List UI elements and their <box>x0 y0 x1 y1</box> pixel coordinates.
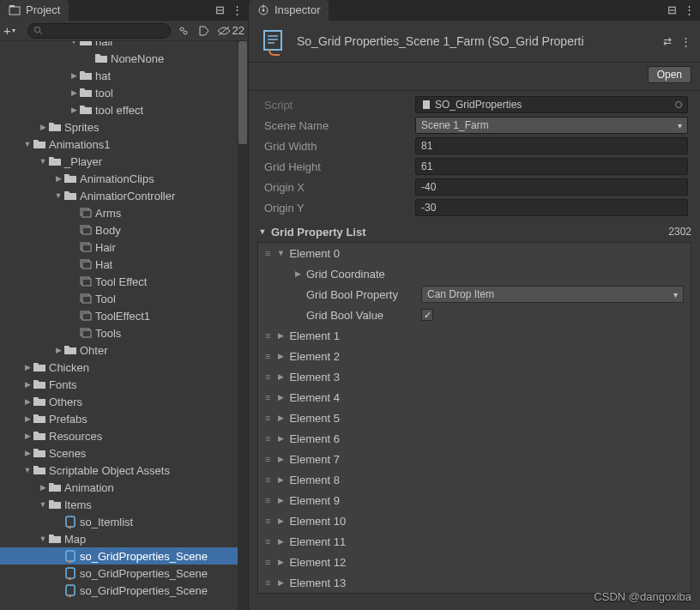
origin-y-field[interactable]: -30 <box>415 199 688 216</box>
drag-handle-icon[interactable]: ≡ <box>265 474 272 485</box>
tree-item[interactable]: ▶Scenes <box>0 444 248 462</box>
tree-item[interactable]: Hair <box>0 239 248 256</box>
grid-bool-value-checkbox[interactable]: ✓ <box>421 309 433 321</box>
drag-handle-icon[interactable]: ≡ <box>265 351 272 361</box>
drag-handle-icon[interactable]: ≡ <box>265 330 272 341</box>
drag-handle-icon[interactable]: ≡ <box>265 248 272 258</box>
grid-property-list-header[interactable]: ▼ Grid Property List 2302 <box>249 221 700 242</box>
tree-item[interactable]: ▶Sprites <box>0 118 248 136</box>
tree-item[interactable]: ▶Resources <box>0 427 248 444</box>
tree-item[interactable]: ▶AnimationClips <box>0 170 248 187</box>
tree-item[interactable]: ▶Ohter <box>0 341 248 359</box>
add-asset-button[interactable]: +▾ <box>3 23 22 38</box>
expand-arrow-icon[interactable]: ▼ <box>38 500 48 509</box>
expand-arrow-icon[interactable]: ▶ <box>69 71 79 80</box>
expand-arrow-icon[interactable]: ▶ <box>22 363 33 371</box>
project-tab[interactable]: Project <box>0 0 69 21</box>
inspector-tab[interactable]: i Inspector <box>249 0 329 21</box>
expand-arrow-icon[interactable]: ▶ <box>22 380 33 389</box>
filter-by-label-icon[interactable] <box>196 23 212 39</box>
list-element[interactable]: ≡▶Element 3 <box>258 366 691 387</box>
list-element[interactable]: ≡▶Element 4 <box>258 387 691 408</box>
list-element[interactable]: ≡▶Element 12 <box>258 552 691 572</box>
panel-menu-icon[interactable]: ⋮ <box>232 3 243 16</box>
expand-arrow-icon[interactable]: ▼ <box>22 466 33 474</box>
search-input[interactable] <box>27 23 171 39</box>
drag-handle-icon[interactable]: ≡ <box>265 577 272 588</box>
list-element[interactable]: ≡▶Element 2 <box>258 346 691 366</box>
scene-name-dropdown[interactable]: Scene 1_Farm <box>415 117 688 134</box>
tree-item[interactable]: ▼Animations1 <box>0 136 248 153</box>
drag-handle-icon[interactable]: ≡ <box>265 516 272 526</box>
tree-item[interactable]: ▶hat <box>0 67 248 84</box>
list-element[interactable]: ≡▶Element 8 <box>258 469 691 490</box>
script-field[interactable]: SO_GridProperties <box>415 96 688 113</box>
object-picker-icon[interactable] <box>675 101 682 108</box>
grid-height-field[interactable]: 61 <box>415 158 688 175</box>
list-element[interactable]: ≡▶Element 11 <box>258 531 691 552</box>
expand-arrow-icon[interactable]: ▼ <box>69 41 79 45</box>
tree-item[interactable]: ▼AnimatiorController <box>0 187 248 204</box>
expand-arrow-icon[interactable]: ▼ <box>38 535 48 543</box>
panel-menu-icon[interactable]: ⋮ <box>684 3 695 16</box>
expand-arrow-icon[interactable]: ▶ <box>38 123 48 131</box>
open-button[interactable]: Open <box>648 66 691 83</box>
expand-arrow-icon[interactable]: ▶ <box>22 449 33 457</box>
tree-item[interactable]: ▼_Player <box>0 153 248 170</box>
expand-arrow-icon[interactable]: ▼ <box>38 157 48 166</box>
list-element[interactable]: ≡▶Element 7 <box>258 449 691 469</box>
hidden-count[interactable]: 22 <box>217 23 244 39</box>
drag-handle-icon[interactable]: ≡ <box>265 433 272 444</box>
list-element[interactable]: ≡ ▼ Element 0 <box>258 243 691 263</box>
list-element[interactable]: ≡▶Element 6 <box>258 428 691 449</box>
origin-x-field[interactable]: -40 <box>415 178 688 196</box>
tree-item[interactable]: NoneNone <box>0 50 248 67</box>
tree-item[interactable]: ▶Chicken <box>0 359 248 376</box>
tree-item[interactable]: Tools <box>0 324 248 341</box>
list-element[interactable]: ≡▶Element 10 <box>258 510 691 531</box>
expand-arrow-icon[interactable]: ▶ <box>69 106 79 114</box>
list-element[interactable]: ≡▶Element 9 <box>258 490 691 510</box>
drag-handle-icon[interactable]: ≡ <box>265 371 272 382</box>
scrollbar[interactable] <box>238 41 248 610</box>
drag-handle-icon[interactable]: ≡ <box>265 413 272 423</box>
grid-bool-property-dropdown[interactable]: Can Drop Item <box>421 286 684 303</box>
lock-icon[interactable]: ⊟ <box>667 3 677 16</box>
lock-icon[interactable]: ⊟ <box>215 3 225 16</box>
drag-handle-icon[interactable]: ≡ <box>265 495 272 505</box>
list-element[interactable]: ≡▶Element 1 <box>258 325 691 346</box>
grid-coordinate-row[interactable]: ▶ Grid Coordinate <box>258 263 691 284</box>
tree-item[interactable]: so_GridProperties_Scene <box>0 565 248 582</box>
tree-item[interactable]: so_GridProperties_Scene <box>0 582 248 599</box>
tree-item[interactable]: ToolEffect1 <box>0 307 248 324</box>
grid-width-field[interactable]: 81 <box>415 137 688 154</box>
expand-arrow-icon[interactable]: ▶ <box>22 397 33 406</box>
drag-handle-icon[interactable]: ≡ <box>265 536 272 547</box>
tree-item[interactable]: ▼Items <box>0 496 248 513</box>
addressable-icon[interactable]: ⇄ <box>663 35 672 47</box>
expand-arrow-icon[interactable]: ▶ <box>38 483 48 492</box>
drag-handle-icon[interactable]: ≡ <box>265 392 272 402</box>
expand-arrow-icon[interactable]: ▶ <box>22 414 33 423</box>
drag-handle-icon[interactable]: ≡ <box>265 557 272 567</box>
list-count[interactable]: 2302 <box>647 226 691 238</box>
expand-arrow-icon[interactable]: ▶ <box>69 88 79 97</box>
tree-item[interactable]: Body <box>0 221 248 239</box>
expand-arrow-icon[interactable]: ▶ <box>53 174 63 183</box>
tree-item[interactable]: ▶Prefabs <box>0 410 248 427</box>
tree-item[interactable]: ▶Fonts <box>0 376 248 393</box>
tree-item[interactable]: so_GridProperties_Scene <box>0 547 248 565</box>
tree-item[interactable]: ▼Scriptable Object Assets <box>0 462 248 479</box>
tree-item[interactable]: ▶Animation <box>0 479 248 496</box>
tree-item[interactable]: ▶Others <box>0 393 248 410</box>
tree-item[interactable]: ▶tool <box>0 84 248 101</box>
tree-item[interactable]: Hat <box>0 256 248 273</box>
expand-arrow-icon[interactable]: ▶ <box>53 346 63 354</box>
project-hierarchy[interactable]: ▼hairNoneNone▶hat▶tool▶tool effect▶Sprit… <box>0 41 248 610</box>
tree-item[interactable]: ▼hair <box>0 41 248 50</box>
header-menu-icon[interactable]: ⋮ <box>680 35 691 48</box>
filter-by-type-icon[interactable] <box>176 23 191 39</box>
tree-item[interactable]: Tool Effect <box>0 273 248 290</box>
list-element[interactable]: ≡▶Element 5 <box>258 408 691 428</box>
tree-item[interactable]: Tool <box>0 290 248 307</box>
